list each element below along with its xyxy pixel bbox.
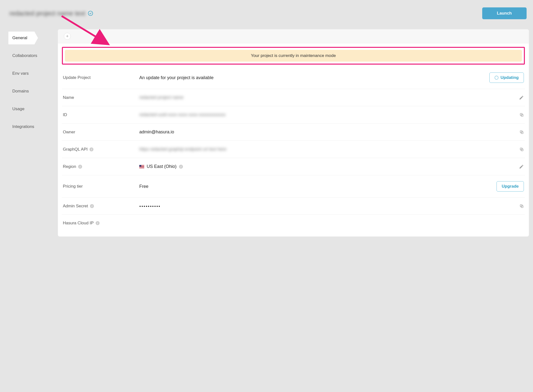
value-id-blurred: redacted-uuid-xxxx-xxxx-xxxx-xxxxxxxxxxx… (139, 112, 226, 117)
row-pricing-tier: Pricing tier Free Upgrade (62, 175, 525, 198)
label-graphql-text: GraphQL API (63, 147, 88, 152)
label-admin-secret: Admin Secret i (63, 204, 134, 209)
page-header: redacted project name text Launch (0, 0, 533, 22)
label-admin-secret-text: Admin Secret (63, 204, 88, 209)
copy-admin-secret-button[interactable] (519, 204, 524, 208)
copy-owner-button[interactable] (519, 130, 524, 134)
verified-check-icon (88, 11, 93, 16)
sidebar-item-collaborators[interactable]: Collaborators (0, 49, 57, 62)
info-icon[interactable]: i (96, 221, 100, 225)
sidebar-item-label: Integrations (12, 124, 34, 129)
row-update-project: Update Project An update for your projec… (62, 67, 525, 89)
sidebar: General Collaborators Env vars Domains U… (0, 29, 57, 138)
sidebar-item-label: Collaborators (12, 53, 37, 58)
launch-button[interactable]: Launch (482, 7, 527, 19)
sidebar-item-general[interactable]: General (8, 32, 38, 44)
info-icon[interactable]: i (90, 204, 94, 208)
row-cloud-ip: Hasura Cloud IP i (62, 215, 525, 232)
upgrade-button[interactable]: Upgrade (497, 181, 524, 192)
label-update-project: Update Project (63, 75, 134, 80)
admin-secret-dots: ●●●●●●●●●● (139, 205, 160, 208)
project-title-blurred: redacted project name text (9, 10, 85, 17)
sidebar-item-label: General (12, 36, 27, 40)
maintenance-banner-highlight: Your project is currently in maintenance… (62, 47, 525, 65)
label-graphql-api: GraphQL API i (63, 147, 134, 152)
maintenance-banner: Your project is currently in maintenance… (65, 50, 522, 62)
value-owner: admin@hasura.io (139, 129, 515, 135)
main-tabbar: + (58, 29, 529, 43)
label-pricing-tier: Pricing tier (63, 184, 134, 189)
copy-icon (519, 147, 524, 152)
value-region: US East (Ohio) (147, 164, 177, 169)
value-update-project: An update for your project is available (139, 75, 484, 80)
sidebar-item-domains[interactable]: Domains (0, 85, 57, 98)
edit-name-button[interactable] (519, 95, 524, 100)
info-icon[interactable]: i (78, 165, 82, 169)
sidebar-item-env-vars[interactable]: Env vars (0, 67, 57, 80)
label-region: Region i (63, 164, 134, 169)
row-admin-secret: Admin Secret i ●●●●●●●●●● (62, 198, 525, 215)
label-region-text: Region (63, 164, 76, 169)
spinner-icon (495, 76, 498, 80)
sidebar-item-integrations[interactable]: Integrations (0, 120, 57, 133)
add-tab-button[interactable]: + (64, 33, 71, 40)
project-title-wrap: redacted project name text (9, 10, 93, 17)
copy-icon (519, 130, 524, 134)
copy-icon (519, 113, 524, 117)
label-owner: Owner (63, 130, 134, 135)
updating-button-label: Updating (500, 75, 519, 80)
main-panel: + Your project is currently in maintenan… (58, 29, 529, 237)
layout: General Collaborators Env vars Domains U… (0, 22, 533, 237)
updating-button[interactable]: Updating (489, 72, 524, 83)
info-icon[interactable]: i (179, 165, 183, 169)
label-name: Name (63, 95, 134, 100)
row-graphql-api: GraphQL API i https redacted graphql end… (62, 141, 525, 158)
value-graphql-blurred: https redacted graphql endpoint url text… (139, 147, 226, 152)
sidebar-item-label: Env vars (12, 71, 29, 76)
sidebar-item-label: Domains (12, 89, 29, 93)
info-icon[interactable]: i (89, 147, 93, 151)
copy-graphql-button[interactable] (519, 147, 524, 152)
us-flag-icon (139, 165, 144, 168)
copy-id-button[interactable] (519, 113, 524, 117)
label-id: ID (63, 112, 134, 117)
value-admin-secret: ●●●●●●●●●● (139, 205, 515, 208)
pencil-icon (519, 95, 524, 100)
row-name: Name redacted project name (62, 89, 525, 106)
value-name-blurred: redacted project name (139, 95, 183, 100)
edit-region-button[interactable] (519, 164, 524, 169)
plus-icon: + (66, 34, 69, 39)
sidebar-item-label: Usage (12, 107, 24, 111)
row-id: ID redacted-uuid-xxxx-xxxx-xxxx-xxxxxxxx… (62, 106, 525, 124)
copy-icon (519, 204, 524, 208)
label-cloud-ip-text: Hasura Cloud IP (63, 221, 94, 226)
row-region: Region i US East (Ohio) i (62, 158, 525, 175)
label-cloud-ip: Hasura Cloud IP i (63, 221, 134, 226)
content: Your project is currently in maintenance… (58, 47, 529, 236)
value-pricing-tier: Free (139, 184, 492, 189)
value-region-wrap: US East (Ohio) i (139, 164, 514, 169)
pencil-icon (519, 164, 524, 169)
svg-point-0 (88, 11, 93, 16)
sidebar-item-usage[interactable]: Usage (0, 103, 57, 115)
row-owner: Owner admin@hasura.io (62, 124, 525, 141)
